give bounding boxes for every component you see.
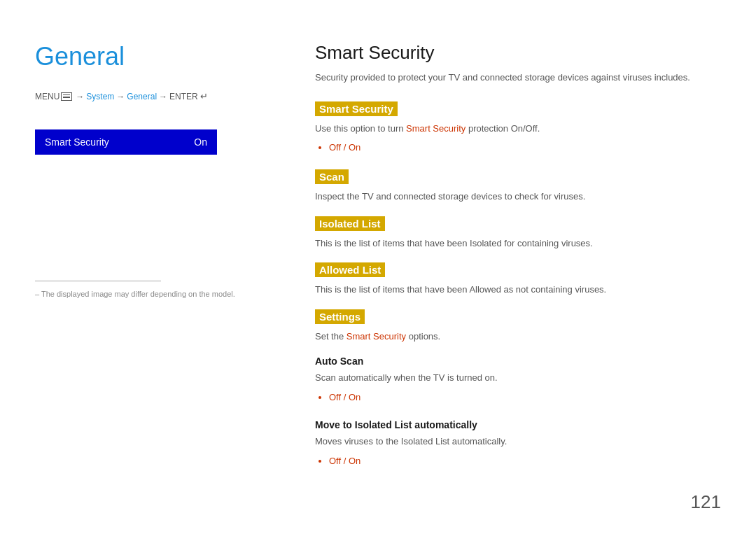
enter-icon: ↵	[200, 91, 208, 101]
page-container: General MENU → System → General → ENTER …	[0, 0, 756, 534]
arrow2: →	[116, 92, 125, 101]
section-heading-scan: Scan	[315, 169, 349, 184]
auto-scan-title: Auto Scan	[315, 356, 721, 367]
page-title: General	[35, 42, 259, 71]
note-text: – The displayed image may differ dependi…	[35, 290, 259, 298]
page-number: 121	[691, 491, 721, 513]
arrow1: →	[76, 92, 84, 101]
smart-security-link-1: Smart Security	[406, 123, 465, 134]
arrow3: →	[159, 92, 167, 101]
general-link[interactable]: General	[127, 92, 157, 101]
intro-text: Security provided to protect your TV and…	[315, 71, 721, 85]
section-desc-allowed-list: This is the list of items that have been…	[315, 283, 721, 297]
move-isolated-bullets: Off / On	[329, 453, 721, 469]
enter-label: ENTER	[169, 92, 198, 101]
tv-item-value: On	[194, 136, 207, 148]
bullet-list-smart-security: Off / On	[329, 139, 721, 155]
section-desc-scan: Inspect the TV and connected storage dev…	[315, 190, 721, 204]
subsection-move-isolated: Move to Isolated List automatically Move…	[315, 419, 721, 469]
menu-icon	[61, 92, 72, 101]
left-divider	[35, 281, 161, 281]
section-scan: Scan Inspect the TV and connected storag…	[315, 169, 721, 204]
section-isolated-list: Isolated List This is the list of items …	[315, 216, 721, 251]
subsection-auto-scan: Auto Scan Scan automatically when the TV…	[315, 356, 721, 405]
tv-menu-item[interactable]: Smart Security On	[35, 129, 217, 155]
bullet-item: Off / On	[329, 139, 721, 155]
auto-scan-desc: Scan automatically when the TV is turned…	[315, 371, 721, 385]
section-heading-settings: Settings	[315, 309, 365, 324]
section-allowed-list: Allowed List This is the list of items t…	[315, 262, 721, 297]
right-panel: Smart Security Security provided to prot…	[287, 42, 721, 506]
right-title: Smart Security	[315, 42, 721, 64]
section-desc-isolated-list: This is the list of items that have been…	[315, 237, 721, 251]
left-panel: General MENU → System → General → ENTER …	[35, 42, 287, 506]
bullet-item: Off / On	[329, 389, 721, 405]
menu-path: MENU → System → General → ENTER ↵	[35, 91, 259, 101]
section-settings: Settings Set the Smart Security options.	[315, 309, 721, 344]
tv-item-label: Smart Security	[45, 136, 109, 148]
smart-security-link-2: Smart Security	[346, 331, 406, 342]
section-heading-smart-security: Smart Security	[315, 101, 398, 116]
menu-label: MENU	[35, 92, 59, 101]
section-desc-settings: Set the Smart Security options.	[315, 330, 721, 344]
section-heading-isolated-list: Isolated List	[315, 216, 385, 231]
section-heading-allowed-list: Allowed List	[315, 262, 385, 277]
bullet-item: Off / On	[329, 453, 721, 469]
system-link[interactable]: System	[86, 92, 114, 101]
auto-scan-bullets: Off / On	[329, 389, 721, 405]
section-desc-smart-security: Use this option to turn Smart Security p…	[315, 122, 721, 136]
move-isolated-desc: Moves viruses to the Isolated List autom…	[315, 435, 721, 449]
section-smart-security: Smart Security Use this option to turn S…	[315, 101, 721, 156]
move-isolated-title: Move to Isolated List automatically	[315, 419, 721, 430]
